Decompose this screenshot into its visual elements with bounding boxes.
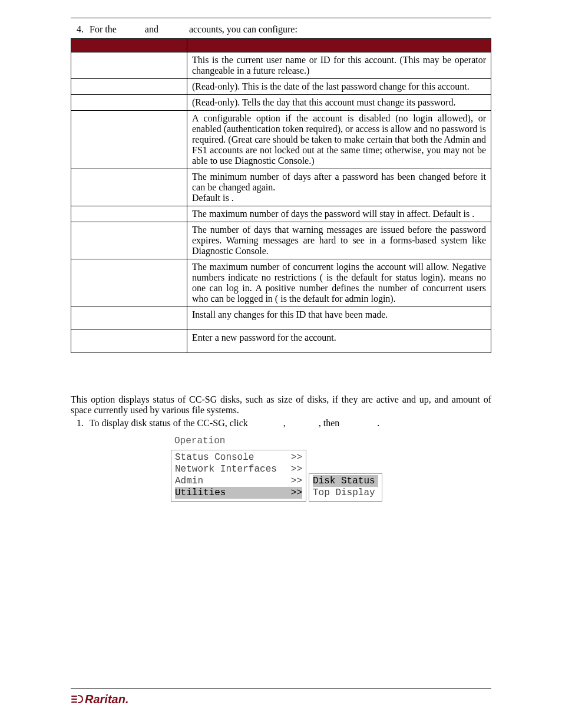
submenu-item-disk-status[interactable]: Disk Status bbox=[313, 475, 378, 487]
brand-logo-icon bbox=[71, 694, 84, 704]
submenu-arrow-icon: >> bbox=[291, 475, 302, 487]
menu-title: Operation bbox=[171, 436, 395, 450]
submenu-arrow-icon: >> bbox=[291, 463, 302, 475]
step-line: 1. To display disk status of the CC-SG, … bbox=[77, 418, 491, 429]
step-b: , bbox=[283, 418, 286, 428]
cell-field bbox=[71, 111, 187, 169]
menu-item-label: Utilities bbox=[175, 487, 226, 499]
table-header-c2 bbox=[187, 39, 491, 52]
cell-desc: The minimum number of days after a passw… bbox=[187, 169, 491, 206]
menu-figure: Operation Status Console >> Network Inte… bbox=[171, 436, 395, 502]
submenu-arrow-icon: >> bbox=[291, 487, 302, 499]
top-rule bbox=[71, 18, 491, 18]
table-row: This is the current user name or ID for … bbox=[71, 52, 491, 79]
cell-desc: (Read-only). This is the date of the las… bbox=[187, 79, 491, 95]
cell-desc: Install any changes for this ID that hav… bbox=[187, 307, 491, 330]
cell-desc-default: Default is . bbox=[192, 193, 234, 203]
menu-item-label: Status Console bbox=[175, 452, 254, 463]
cell-field bbox=[71, 259, 187, 307]
cell-field bbox=[71, 52, 187, 79]
intro-prefix: For the bbox=[90, 24, 117, 34]
cell-field bbox=[71, 79, 187, 95]
brand-name: Raritan. bbox=[85, 693, 128, 706]
table-row: The number of days that warning messages… bbox=[71, 222, 491, 259]
cell-field bbox=[71, 169, 187, 206]
intro-line: 4. For the and accounts, you can configu… bbox=[77, 24, 491, 35]
section-body: This option displays status of CC-SG dis… bbox=[71, 394, 491, 416]
cell-field bbox=[71, 330, 187, 353]
footer-rule bbox=[71, 689, 491, 689]
submenu-item-top-display[interactable]: Top Display bbox=[313, 487, 378, 499]
menu-item-status-console[interactable]: Status Console >> bbox=[175, 452, 302, 463]
step-c: , then bbox=[319, 418, 340, 428]
menu-item-label: Admin bbox=[175, 475, 203, 487]
step-d: . bbox=[377, 418, 379, 428]
brand-logo: Raritan. bbox=[71, 693, 128, 706]
submenu-arrow-icon: >> bbox=[291, 452, 302, 463]
table-row: Install any changes for this ID that hav… bbox=[71, 307, 491, 330]
table-header-row bbox=[71, 39, 491, 52]
cell-field bbox=[71, 307, 187, 330]
table-row: (Read-only). Tells the day that this acc… bbox=[71, 95, 491, 111]
menu-item-admin[interactable]: Admin >> bbox=[175, 475, 302, 487]
table-row: A configurable option if the account is … bbox=[71, 111, 491, 169]
table-row: (Read-only). This is the date of the las… bbox=[71, 79, 491, 95]
cell-desc-text: The minimum number of days after a passw… bbox=[192, 172, 486, 192]
table-header-c1 bbox=[71, 39, 187, 52]
table-row: Enter a new password for the account. bbox=[71, 330, 491, 353]
menu-item-network-interfaces[interactable]: Network Interfaces >> bbox=[175, 463, 302, 475]
intro-suffix: accounts, you can configure: bbox=[189, 24, 297, 34]
cell-desc: Enter a new password for the account. bbox=[187, 330, 491, 353]
step-a: To display disk status of the CC-SG, cli… bbox=[90, 418, 248, 428]
page: 4. For the and accounts, you can configu… bbox=[0, 0, 562, 728]
menu-main: Status Console >> Network Interfaces >> … bbox=[171, 450, 306, 502]
cell-desc: (Read-only). Tells the day that this acc… bbox=[187, 95, 491, 111]
table-row: The maximum number of days the password … bbox=[71, 206, 491, 222]
cell-desc: The maximum number of concurrent logins … bbox=[187, 259, 491, 307]
list-number: 4. bbox=[77, 24, 87, 35]
menu-item-label: Network Interfaces bbox=[175, 463, 277, 475]
menu-item-utilities[interactable]: Utilities >> bbox=[175, 487, 302, 499]
cell-desc: The maximum number of days the password … bbox=[187, 206, 491, 222]
cell-desc: The number of days that warning messages… bbox=[187, 222, 491, 259]
config-table: This is the current user name or ID for … bbox=[71, 38, 491, 353]
cell-desc: This is the current user name or ID for … bbox=[187, 52, 491, 79]
table-row: The minimum number of days after a passw… bbox=[71, 169, 491, 206]
footer: Raritan. bbox=[71, 689, 491, 707]
table-row: The maximum number of concurrent logins … bbox=[71, 259, 491, 307]
cell-desc: A configurable option if the account is … bbox=[187, 111, 491, 169]
list-number: 1. bbox=[77, 418, 87, 429]
cell-field bbox=[71, 206, 187, 222]
intro-mid: and bbox=[145, 24, 158, 34]
cell-field bbox=[71, 95, 187, 111]
menu-sub: Disk Status Top Display bbox=[309, 473, 382, 502]
cell-field bbox=[71, 222, 187, 259]
